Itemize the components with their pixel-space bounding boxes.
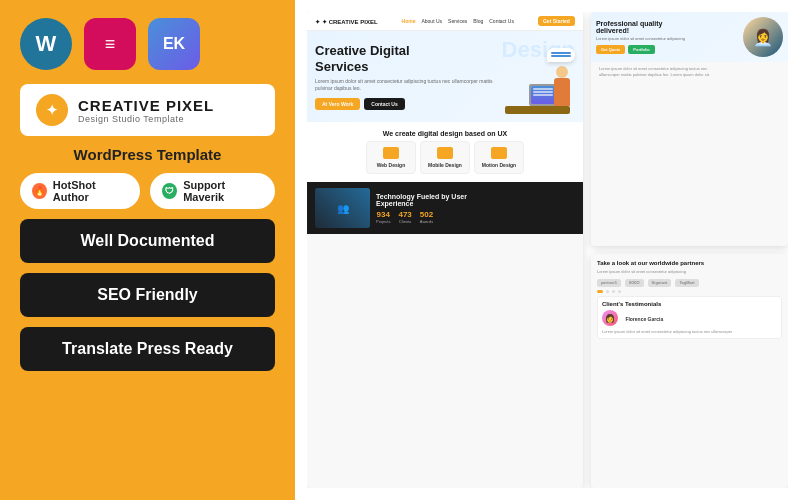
- monitor-illustration: [529, 84, 557, 106]
- testimonials-box: Client's Testimonials 👩 Florence Garcia …: [597, 296, 782, 340]
- hero-primary-button[interactable]: At Vero Work: [315, 98, 360, 110]
- testimonial-avatar: 👩: [602, 310, 618, 326]
- site-logo-star: ✦: [315, 18, 320, 25]
- services-section-title: We create digital design based on UX: [315, 130, 575, 137]
- translate-press-button[interactable]: Translate Press Ready: [20, 327, 275, 371]
- support-maverik-badge: 🛡 Support Maverik: [150, 173, 275, 209]
- brand-text-block: CREATIVE PIXEL Design Studio Template: [78, 97, 214, 124]
- services-section: We create digital design based on UX Web…: [307, 122, 583, 182]
- partner-1: partner1: [597, 279, 621, 287]
- stat-clients: 473 Clients: [398, 210, 411, 224]
- bubble-line-2: [551, 55, 571, 57]
- site-logo-text: ✦ CREATIVE PIXEL: [322, 18, 378, 25]
- dot-active: [597, 290, 603, 293]
- stats-row: 934 Projects 473 Clients 502 Awards: [376, 210, 575, 224]
- web-design-icon: [383, 147, 399, 159]
- partner-2: 0O0O: [625, 279, 644, 287]
- tech-section-image: 👥: [315, 188, 370, 228]
- well-documented-button[interactable]: Well Documented: [20, 219, 275, 263]
- monitor-screen: [531, 86, 555, 104]
- side-screenshot-top: Professional qualitydelivered! Lorem ips…: [591, 12, 788, 246]
- flame-icon: 🔥: [32, 183, 47, 199]
- testimonial-author-row: 👩 Florence Garcia: [602, 309, 777, 327]
- mobile-design-card: Mobile Design: [420, 141, 470, 174]
- hero-secondary-button[interactable]: Contact Us: [364, 98, 404, 110]
- testimonial-author-name: Florence Garcia: [625, 315, 663, 321]
- tech-section-text: Technology Fueled by UserExperience 934 …: [376, 193, 575, 224]
- side-hero-content: Lorem ipsum dolor sit amet consectetur a…: [597, 66, 782, 78]
- person-desk-illustration: [500, 44, 575, 114]
- side-desc-lines: Lorem ipsum dolor sit amet consectetur a…: [599, 66, 780, 78]
- hero-description: Lorem ipsum dolor sit amet consectetur a…: [315, 78, 495, 92]
- brand-star-icon: ✦: [46, 102, 58, 118]
- dot-1: [606, 290, 609, 293]
- side-btn-1[interactable]: Get Quote: [596, 45, 625, 54]
- hotshot-badge-label: HotShot Author: [53, 179, 128, 203]
- left-panel: W ≡ EK ✦ CREATIVE PIXEL Design Studio Te…: [0, 0, 295, 500]
- partner-4: TagMart: [675, 279, 698, 287]
- wordpress-icon: W: [20, 18, 72, 70]
- hero-text-block: Creative DigitalServices Lorem ipsum dol…: [315, 43, 495, 110]
- testimonial-text: Lorem ipsum dolor sit amet consectetur a…: [602, 329, 777, 335]
- brand-subtitle: Design Studio Template: [78, 114, 214, 124]
- brand-logo-icon: ✦: [36, 94, 68, 126]
- right-panel: ✦ ✦ CREATIVE PIXEL Home About Us Service…: [295, 0, 800, 500]
- mobile-design-icon: [437, 147, 453, 159]
- partners-desc: Lorem ipsum dolor sit amet consectetur a…: [597, 269, 782, 275]
- stat-projects: 934 Projects: [376, 210, 390, 224]
- side-hero-desc: Lorem ipsum dolor sit amet consectetur a…: [596, 36, 738, 41]
- dots-row: [597, 290, 782, 293]
- side-screenshot-bottom: Take a look at our worldwide partners Lo…: [591, 254, 788, 488]
- motion-design-icon: [491, 147, 507, 159]
- nav-home[interactable]: Home: [402, 18, 416, 24]
- stat-projects-number: 934: [376, 210, 390, 219]
- side-hero-title: Professional qualitydelivered!: [596, 20, 738, 34]
- side-hero-buttons: Get Quote Portfolio: [596, 45, 738, 54]
- shield-icon: 🛡: [162, 183, 177, 199]
- brand-name: CREATIVE PIXEL: [78, 97, 214, 114]
- elementor-icon: ≡: [84, 18, 136, 70]
- stat-awards: 502 Awards: [420, 210, 433, 224]
- bubble-line-1: [551, 52, 571, 54]
- hero-illustration: Design: [495, 39, 575, 114]
- hero-buttons: At Vero Work Contact Us: [315, 98, 495, 110]
- screen-line-1: [533, 88, 553, 90]
- person-body: [554, 78, 570, 106]
- web-design-label: Web Design: [372, 162, 410, 168]
- hero-title: Creative DigitalServices: [315, 43, 495, 74]
- testimonials-title: Client's Testimonials: [602, 301, 777, 307]
- tech-section-title: Technology Fueled by UserExperience: [376, 193, 575, 207]
- stat-clients-number: 473: [398, 210, 411, 219]
- badges-row: 🔥 HotShot Author 🛡 Support Maverik: [20, 173, 275, 209]
- site-header: ✦ ✦ CREATIVE PIXEL Home About Us Service…: [307, 12, 583, 31]
- nav-services[interactable]: Services: [448, 18, 467, 24]
- nav-contact[interactable]: Contact Us: [489, 18, 514, 24]
- screen-line-3: [533, 94, 553, 96]
- nav-blog[interactable]: Blog: [473, 18, 483, 24]
- side-hero-illustration: 👩‍💼: [743, 17, 783, 57]
- dot-3: [618, 290, 621, 293]
- side-hero-section: Professional qualitydelivered! Lorem ips…: [591, 12, 788, 62]
- service-cards-row: Web Design Mobile Design Motion Design: [315, 141, 575, 174]
- site-nav: Home About Us Services Blog Contact Us: [402, 18, 514, 24]
- site-hero: Creative DigitalServices Lorem ipsum dol…: [307, 31, 583, 122]
- motion-design-card: Motion Design: [474, 141, 524, 174]
- stat-awards-number: 502: [420, 210, 433, 219]
- site-logo: ✦ ✦ CREATIVE PIXEL: [315, 18, 378, 25]
- stat-awards-label: Awards: [420, 219, 433, 224]
- side-btn-2[interactable]: Portfolio: [628, 45, 654, 54]
- nav-about[interactable]: About Us: [421, 18, 442, 24]
- partners-row: partner1 0O0O Signiant TagMart: [597, 279, 782, 287]
- support-badge-label: Support Maverik: [183, 179, 263, 203]
- screen-lines: [531, 86, 555, 99]
- desk-shape: [505, 106, 570, 114]
- stat-projects-label: Projects: [376, 219, 390, 224]
- ek-icon: EK: [148, 18, 200, 70]
- screen-line-2: [533, 91, 553, 93]
- hotshot-author-badge: 🔥 HotShot Author: [20, 173, 140, 209]
- site-cta-button[interactable]: Get Started: [538, 16, 575, 26]
- web-design-card: Web Design: [366, 141, 416, 174]
- motion-design-label: Motion Design: [480, 162, 518, 168]
- seo-friendly-button[interactable]: SEO Friendly: [20, 273, 275, 317]
- person-head: [556, 66, 568, 78]
